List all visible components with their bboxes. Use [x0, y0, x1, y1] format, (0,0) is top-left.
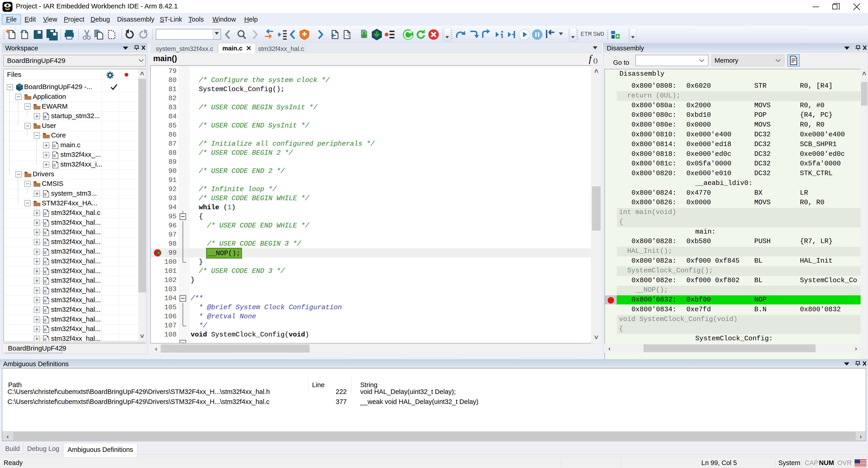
svg-text:a: a [44, 115, 46, 119]
svg-text:c: c [44, 309, 46, 312]
svg-text:c: c [44, 241, 46, 244]
svg-text:c: c [44, 318, 46, 322]
svg-text:c: c [44, 193, 46, 196]
svg-text:c: c [44, 328, 46, 331]
svg-text:c: c [44, 280, 46, 283]
svg-text:f: f [589, 54, 593, 64]
svg-text:c: c [44, 231, 46, 235]
svg-text:c: c [44, 270, 46, 273]
svg-text:c: c [54, 144, 55, 148]
svg-text:c: c [44, 299, 46, 302]
svg-text:c: c [44, 338, 46, 341]
svg-text:c: c [44, 260, 46, 264]
svg-text:c: c [44, 222, 46, 225]
svg-text:c: c [54, 163, 55, 167]
svg-text:c: c [44, 212, 46, 215]
svg-text:c: c [44, 289, 46, 293]
svg-text:c: c [44, 251, 46, 254]
svg-text:(): () [593, 57, 598, 64]
svg-text:c: c [54, 154, 55, 157]
